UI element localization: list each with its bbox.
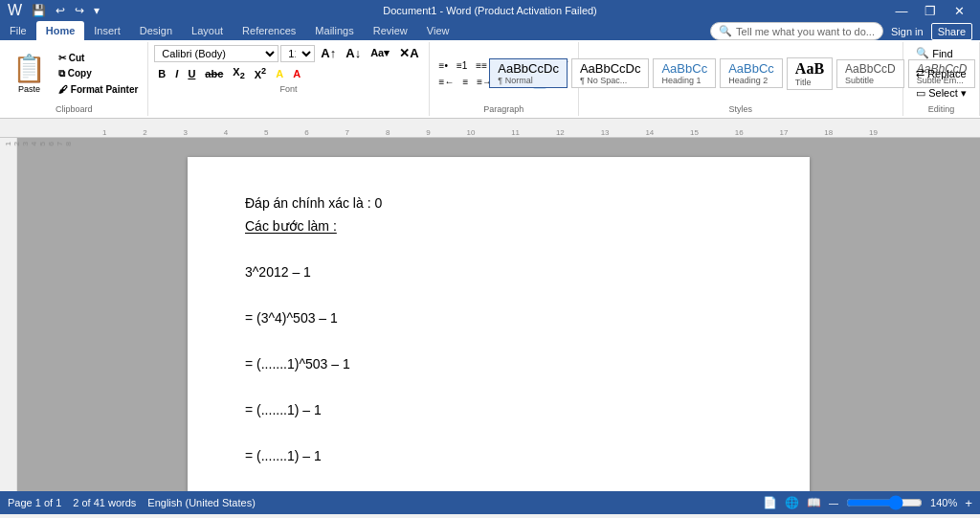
font-label: Font bbox=[279, 84, 297, 94]
text-highlight-button[interactable]: A bbox=[272, 66, 287, 81]
title-bar: W 💾 ↩ ↪ ▾ Document1 - Word (Product Acti… bbox=[0, 0, 980, 21]
formula-1: 3^2012 – 1 bbox=[245, 264, 752, 280]
superscript-button[interactable]: X2 bbox=[251, 64, 270, 82]
font-size-select[interactable]: 11 bbox=[280, 45, 315, 62]
steps-heading-text: Các bước làm : bbox=[245, 218, 337, 234]
tell-me-bar[interactable]: 🔍 Tell me what you want to do... bbox=[710, 22, 883, 40]
ribbon-right: 🔍 Tell me what you want to do... Sign in… bbox=[702, 22, 980, 40]
tab-home[interactable]: Home bbox=[36, 21, 85, 40]
align-center-button[interactable]: ≡ bbox=[458, 75, 472, 89]
blank-line-3 bbox=[245, 333, 752, 349]
style-heading2[interactable]: AaBbCc Heading 2 bbox=[720, 58, 783, 88]
zoom-in-button[interactable]: + bbox=[965, 496, 972, 510]
tab-references[interactable]: References bbox=[233, 21, 305, 40]
tab-design[interactable]: Design bbox=[130, 21, 182, 40]
style-normal[interactable]: AaBbCcDc ¶ Normal bbox=[489, 58, 568, 88]
font-group: Calibri (Body) 11 A↑ A↓ Aa▾ ✕A B I U abc… bbox=[148, 42, 429, 116]
blank-line-4 bbox=[245, 379, 752, 394]
find-icon: 🔍 bbox=[916, 47, 929, 59]
tab-layout[interactable]: Layout bbox=[182, 21, 233, 40]
ribbon-tabs-row: File Home Insert Design Layout Reference… bbox=[0, 21, 980, 40]
blank-line-2 bbox=[245, 287, 752, 303]
status-left: Page 1 of 1 2 of 41 words English (Unite… bbox=[8, 497, 256, 508]
undo-button[interactable]: ↩ bbox=[52, 2, 69, 19]
word-count: 2 of 41 words bbox=[73, 497, 136, 508]
layout-read-button[interactable]: 📖 bbox=[807, 496, 821, 509]
clear-formatting-button[interactable]: ✕A bbox=[395, 44, 422, 62]
font-grow-button[interactable]: A↑ bbox=[317, 44, 340, 62]
left-margin: 12345678 bbox=[0, 138, 17, 491]
signin-button[interactable]: Sign in bbox=[891, 26, 924, 37]
font-name-row: Calibri (Body) 11 A↑ A↓ Aa▾ ✕A bbox=[154, 44, 422, 62]
formula-3: = (.......1)^503 – 1 bbox=[245, 356, 752, 372]
numbering-button[interactable]: ≡1 bbox=[453, 58, 471, 73]
restore-button[interactable]: ❐ bbox=[917, 0, 944, 21]
styles-label: Styles bbox=[729, 104, 753, 114]
find-button[interactable]: 🔍 Find bbox=[909, 44, 959, 62]
replace-icon: ⇄ bbox=[916, 67, 924, 79]
layout-print-button[interactable]: 📄 bbox=[763, 496, 777, 509]
bold-button[interactable]: B bbox=[154, 66, 169, 81]
format-painter-button[interactable]: 🖌 Format Painter bbox=[55, 82, 142, 97]
ruler: 1 2 3 4 5 6 7 8 9 10 11 12 13 14 15 16 1… bbox=[0, 119, 980, 138]
editing-group: 🔍 Find ⇄ Replace ▭ Select ▾ Editing bbox=[903, 42, 980, 116]
document-page[interactable]: Đáp án chính xác là : 0 Các bước làm : 3… bbox=[188, 157, 810, 491]
tab-mailings[interactable]: Mailings bbox=[305, 21, 363, 40]
document-scroll[interactable]: Đáp án chính xác là : 0 Các bước làm : 3… bbox=[17, 138, 980, 491]
paste-button[interactable]: 📋 Paste bbox=[6, 50, 53, 97]
document-container: 12345678 Đáp án chính xác là : 0 Các bướ… bbox=[0, 138, 980, 491]
tab-review[interactable]: Review bbox=[364, 21, 417, 40]
answer-text: Đáp án chính xác là : 0 bbox=[245, 195, 382, 211]
style-heading1[interactable]: AaBbCc Heading 1 bbox=[653, 58, 716, 88]
styles-group: AaBbCcDc ¶ Normal AaBbCcDc ¶ No Spac... … bbox=[579, 42, 903, 116]
blank-line-6 bbox=[245, 471, 752, 486]
tab-view[interactable]: View bbox=[417, 21, 459, 40]
close-button[interactable]: ✕ bbox=[946, 0, 972, 21]
clipboard-small-buttons: ✂ Cut ⧉ Copy 🖌 Format Painter bbox=[55, 51, 142, 97]
paragraph-label: Paragraph bbox=[483, 104, 523, 114]
blank-line-1 bbox=[245, 241, 752, 257]
layout-web-button[interactable]: 🌐 bbox=[785, 496, 799, 509]
redo-button[interactable]: ↪ bbox=[71, 2, 88, 19]
change-case-button[interactable]: Aa▾ bbox=[367, 45, 393, 61]
bullets-button[interactable]: ≡• bbox=[435, 58, 452, 73]
zoom-slider[interactable] bbox=[846, 495, 923, 510]
page-info: Page 1 of 1 bbox=[8, 497, 61, 508]
search-icon: 🔍 bbox=[719, 25, 732, 37]
font-content: Calibri (Body) 11 A↑ A↓ Aa▾ ✕A B I U abc… bbox=[154, 44, 422, 82]
ribbon-content: 📋 Paste ✂ Cut ⧉ Copy 🖌 Format Painter Cl… bbox=[0, 40, 980, 119]
replace-button[interactable]: ⇄ Replace bbox=[909, 64, 972, 82]
tab-insert[interactable]: Insert bbox=[84, 21, 130, 40]
minimize-button[interactable]: — bbox=[888, 0, 915, 21]
window-controls: — ❐ ✕ bbox=[888, 0, 972, 21]
formula-2: = (3^4)^503 – 1 bbox=[245, 310, 752, 326]
tell-me-text: Tell me what you want to do... bbox=[736, 26, 875, 37]
clipboard-group: 📋 Paste ✂ Cut ⧉ Copy 🖌 Format Painter Cl… bbox=[0, 42, 148, 116]
document-title: Document1 - Word (Product Activation Fai… bbox=[383, 5, 597, 16]
formula-4: = (.......1) – 1 bbox=[245, 402, 752, 417]
font-shrink-button[interactable]: A↓ bbox=[342, 44, 365, 62]
style-subtitle[interactable]: AaBbCcD Subtitle bbox=[836, 59, 904, 88]
underline-button[interactable]: U bbox=[184, 66, 199, 81]
font-color-button[interactable]: A bbox=[289, 66, 304, 81]
subscript-button[interactable]: X2 bbox=[229, 64, 248, 82]
ribbon-tabs: File Home Insert Design Layout Reference… bbox=[0, 21, 458, 40]
copy-button[interactable]: ⧉ Copy bbox=[55, 66, 142, 81]
align-left-button[interactable]: ≡← bbox=[435, 75, 458, 89]
ruler-markings: 1 2 3 4 5 6 7 8 9 10 11 12 13 14 15 16 1… bbox=[8, 119, 972, 137]
style-nospacing[interactable]: AaBbCcDc ¶ No Spac... bbox=[571, 58, 650, 88]
answer-line: Đáp án chính xác là : 0 bbox=[245, 195, 752, 211]
style-title[interactable]: AaB Title bbox=[787, 57, 833, 90]
font-name-select[interactable]: Calibri (Body) bbox=[154, 45, 278, 62]
select-icon: ▭ bbox=[916, 87, 925, 100]
title-bar-left: W 💾 ↩ ↪ ▾ bbox=[8, 2, 103, 19]
italic-button[interactable]: I bbox=[171, 66, 182, 81]
strikethrough-button[interactable]: abc bbox=[201, 66, 227, 81]
tab-file[interactable]: File bbox=[0, 21, 36, 40]
customize-qa-button[interactable]: ▾ bbox=[90, 2, 103, 19]
select-button[interactable]: ▭ Select ▾ bbox=[909, 84, 973, 102]
save-button[interactable]: 💾 bbox=[28, 2, 50, 19]
share-button[interactable]: Share bbox=[931, 23, 972, 40]
page-numbers: 12345678 bbox=[0, 138, 77, 149]
cut-button[interactable]: ✂ Cut bbox=[55, 51, 142, 65]
